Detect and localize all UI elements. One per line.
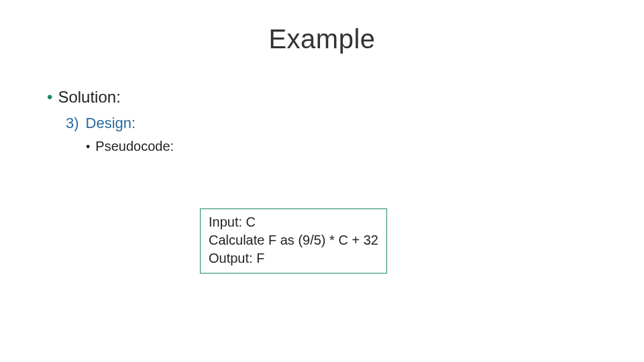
body-content: • Solution: 3)Design: • Pseudocode:	[47, 88, 644, 154]
pseudocode-label: Pseudocode:	[95, 139, 174, 154]
slide: Example • Solution: 3)Design: • Pseudoco…	[0, 24, 644, 362]
solution-label: Solution:	[58, 88, 120, 107]
code-line-2: Calculate F as (9/5) * C + 32	[209, 231, 378, 249]
code-line-1: Input: C	[209, 213, 378, 231]
bullet-solution: • Solution:	[47, 88, 644, 107]
page-title: Example	[0, 24, 644, 54]
bullet-icon: •	[86, 141, 90, 153]
bullet-pseudocode: • Pseudocode:	[86, 139, 644, 154]
code-line-3: Output: F	[209, 249, 378, 267]
design-number: 3)	[66, 115, 79, 131]
bullet-icon: •	[47, 89, 52, 105]
pseudocode-box: Input: C Calculate F as (9/5) * C + 32 O…	[200, 208, 387, 274]
design-label: Design:	[86, 115, 136, 131]
numbered-design: 3)Design:	[66, 115, 644, 132]
